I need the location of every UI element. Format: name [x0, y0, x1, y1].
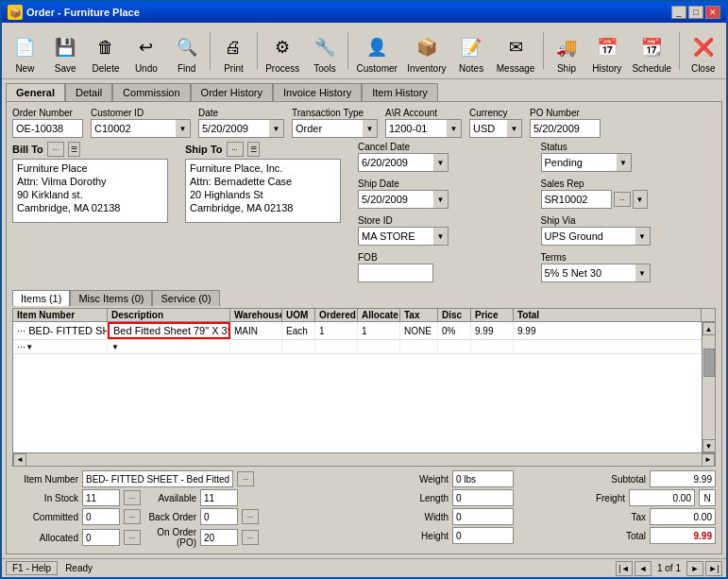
toolbar-history-button[interactable]: 📅 History: [587, 29, 626, 77]
total-value[interactable]: [650, 527, 716, 544]
help-label[interactable]: F1 - Help: [6, 561, 58, 575]
currency-dropdown[interactable]: ▼: [507, 119, 522, 138]
nav-prev[interactable]: ◄: [635, 561, 652, 576]
ar-account-dropdown[interactable]: ▼: [447, 119, 462, 138]
close-button[interactable]: ✕: [705, 6, 720, 19]
toolbar-process-button[interactable]: ⚙ Process: [262, 29, 304, 77]
cell-empty-desc[interactable]: ▼: [108, 340, 230, 353]
terms-input[interactable]: [541, 264, 635, 282]
subtotal-value[interactable]: [650, 470, 716, 487]
tab-detail[interactable]: Detail: [65, 83, 112, 101]
ship-date-dropdown[interactable]: ▼: [433, 190, 449, 209]
tax-value[interactable]: [650, 508, 716, 525]
cell-empty-number[interactable]: ··· ▼: [13, 340, 108, 353]
ar-account-input[interactable]: [385, 119, 447, 138]
ship-to-browse[interactable]: ☰: [247, 142, 260, 157]
transaction-type-dropdown[interactable]: ▼: [363, 119, 378, 138]
toolbar-notes-button[interactable]: 📝 Notes: [452, 29, 491, 77]
scroll-down[interactable]: ▼: [703, 439, 716, 452]
cell-price: 9.99: [471, 322, 514, 339]
length-value[interactable]: [452, 489, 514, 506]
item-number-btn[interactable]: ···: [237, 471, 254, 486]
toolbar-inventory-button[interactable]: 📦 Inventory: [403, 29, 450, 77]
total-label: Total: [589, 531, 646, 541]
sales-rep-dropdown[interactable]: ▼: [633, 190, 648, 209]
back-order-value[interactable]: [200, 508, 238, 525]
in-stock-btn[interactable]: ···: [124, 490, 141, 505]
bill-to-browse[interactable]: ☰: [68, 142, 80, 157]
maximize-button[interactable]: □: [688, 6, 703, 19]
tab-item-history[interactable]: Item History: [362, 83, 438, 101]
scroll-up[interactable]: ▲: [703, 322, 716, 335]
ship-date-input[interactable]: [358, 190, 433, 209]
toolbar-delete-button[interactable]: 🗑 Delete: [87, 29, 126, 77]
date-dropdown[interactable]: ▼: [269, 119, 284, 138]
status-dropdown[interactable]: ▼: [617, 153, 632, 172]
bill-to-expand[interactable]: ···: [47, 142, 64, 157]
width-value[interactable]: [452, 508, 514, 525]
toolbar-tools-button[interactable]: 🔧 Tools: [306, 29, 345, 77]
store-id-input[interactable]: [358, 227, 433, 246]
vertical-scrollbar[interactable]: ▲ ▼: [702, 322, 715, 452]
freight-value[interactable]: [629, 489, 695, 506]
ship-via-dropdown[interactable]: ▼: [635, 227, 651, 246]
minimize-button[interactable]: _: [671, 6, 686, 19]
freight-flag[interactable]: N: [699, 489, 716, 506]
transaction-type-input[interactable]: [292, 119, 363, 138]
sub-tab-items[interactable]: Items (1): [12, 290, 70, 306]
ship-to-expand[interactable]: ···: [227, 142, 244, 157]
allocated-btn[interactable]: ···: [124, 530, 141, 545]
available-value[interactable]: [200, 489, 238, 506]
toolbar-new-button[interactable]: 📄 New: [6, 29, 44, 77]
height-value[interactable]: [452, 527, 514, 544]
back-order-btn[interactable]: ···: [242, 509, 259, 524]
sub-tab-service[interactable]: Service (0): [152, 290, 219, 306]
fob-input[interactable]: [358, 264, 433, 282]
toolbar-print-button[interactable]: 🖨 Print: [214, 29, 253, 77]
ship-via-input[interactable]: [541, 227, 635, 246]
customer-id-input[interactable]: [91, 119, 176, 138]
cell-description[interactable]: Bed Fitted Sheet 79" X 39" ▼: [108, 322, 230, 339]
tab-general[interactable]: General: [6, 83, 65, 101]
sales-rep-btn[interactable]: ···: [614, 192, 631, 207]
toolbar-save-button[interactable]: 💾 Save: [46, 29, 85, 77]
status-input[interactable]: [541, 153, 617, 172]
tab-invoice-history[interactable]: Invoice History: [273, 83, 362, 101]
scroll-right[interactable]: ►: [702, 453, 715, 467]
terms-dropdown[interactable]: ▼: [635, 264, 651, 282]
horizontal-scrollbar[interactable]: ◄ ►: [13, 452, 715, 466]
on-order-btn[interactable]: ···: [242, 530, 259, 545]
in-stock-value[interactable]: [82, 489, 120, 506]
scroll-thumb[interactable]: [703, 349, 715, 377]
weight-value[interactable]: [452, 470, 514, 487]
cell-item-number[interactable]: ··· BED- FITTED SHEE ▼: [13, 322, 108, 339]
toolbar-customer-button[interactable]: 👤 Customer: [352, 29, 401, 77]
nav-next[interactable]: ►: [686, 561, 703, 576]
allocated-value[interactable]: [82, 529, 120, 546]
nav-first[interactable]: |◄: [616, 561, 633, 576]
date-input[interactable]: [198, 119, 269, 138]
po-number-input[interactable]: [530, 119, 601, 138]
cancel-date-input[interactable]: [358, 153, 433, 172]
committed-btn[interactable]: ···: [124, 509, 141, 524]
item-number-value[interactable]: [82, 470, 233, 487]
tab-commission[interactable]: Commission: [112, 83, 191, 101]
toolbar-message-button[interactable]: ✉ Message: [493, 29, 539, 77]
customer-id-dropdown[interactable]: ▼: [176, 119, 191, 138]
currency-input[interactable]: [469, 119, 507, 138]
committed-value[interactable]: [82, 508, 120, 525]
store-id-dropdown[interactable]: ▼: [433, 227, 449, 246]
nav-last[interactable]: ►|: [705, 561, 722, 576]
toolbar-find-button[interactable]: 🔍 Find: [167, 29, 206, 77]
sales-rep-input[interactable]: [541, 190, 612, 209]
toolbar-ship-button[interactable]: 🚚 Ship: [548, 29, 586, 77]
toolbar-undo-button[interactable]: ↩ Undo: [127, 29, 165, 77]
scroll-left[interactable]: ◄: [13, 453, 26, 467]
on-order-value[interactable]: [200, 529, 238, 546]
toolbar-schedule-button[interactable]: 📆 Schedule: [628, 29, 675, 77]
tab-order-history[interactable]: Order History: [191, 83, 273, 101]
toolbar-close-button[interactable]: ❌ Close: [684, 29, 722, 77]
cancel-date-dropdown[interactable]: ▼: [433, 153, 449, 172]
sub-tab-misc[interactable]: Misc Items (0): [70, 290, 152, 306]
order-number-input[interactable]: [12, 119, 83, 138]
